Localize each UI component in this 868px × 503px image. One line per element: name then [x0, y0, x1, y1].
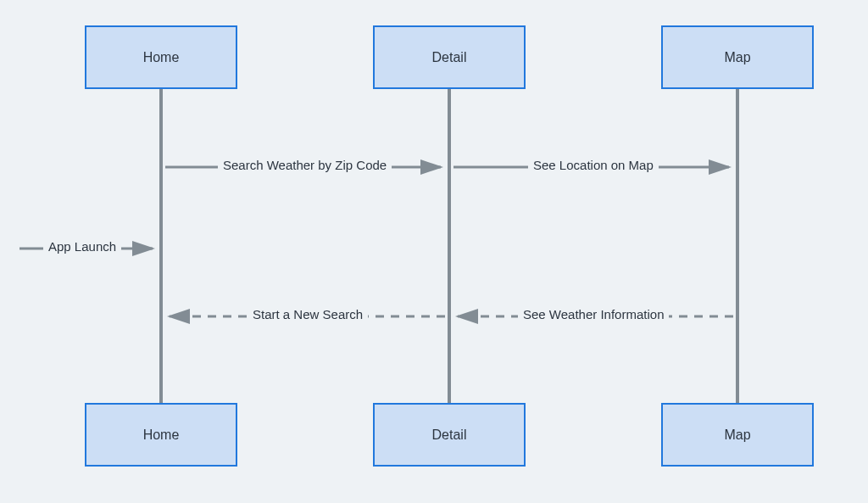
- label-see-location: See Location on Map: [528, 158, 659, 172]
- node-home-bottom: Home: [85, 403, 237, 467]
- node-label: Home: [143, 428, 180, 443]
- label-app-launch: App Launch: [43, 239, 121, 254]
- node-map-bottom: Map: [661, 403, 814, 467]
- node-detail-top: Detail: [373, 25, 526, 89]
- label-search-zip: Search Weather by Zip Code: [218, 158, 392, 172]
- node-map-top: Map: [661, 25, 814, 89]
- node-label: Detail: [432, 428, 467, 443]
- label-start-new-search: Start a New Search: [248, 307, 368, 321]
- node-label: Detail: [432, 50, 467, 65]
- node-home-top: Home: [85, 25, 237, 89]
- node-detail-bottom: Detail: [373, 403, 526, 467]
- node-label: Map: [724, 428, 750, 443]
- lifeline-home: [159, 89, 163, 403]
- node-label: Map: [724, 50, 750, 65]
- lifeline-map: [736, 89, 739, 403]
- node-label: Home: [143, 50, 180, 65]
- lifeline-detail: [448, 89, 451, 403]
- label-see-weather-info: See Weather Information: [518, 307, 669, 321]
